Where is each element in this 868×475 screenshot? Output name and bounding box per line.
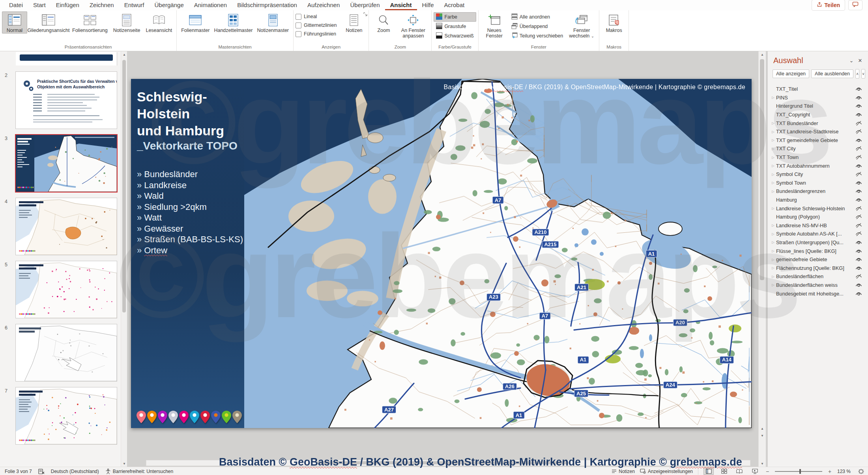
move-split-button[interactable]: Teilung verschieben <box>509 31 566 41</box>
dialog-launcher-icon[interactable] <box>363 11 367 50</box>
eye-hidden-icon[interactable] <box>853 206 862 211</box>
eye-hidden-icon[interactable] <box>853 223 862 228</box>
expand-triangle-icon[interactable]: ▷ <box>770 164 776 168</box>
next-slide-icon[interactable]: ▼ <box>759 432 765 439</box>
reading-view-toggle[interactable] <box>734 468 745 475</box>
eye-visible-icon[interactable] <box>853 257 862 262</box>
zoom-button[interactable]: Zoom <box>371 11 396 34</box>
eye-visible-icon[interactable] <box>853 103 862 108</box>
pane-close-icon[interactable]: ✕ <box>856 56 864 65</box>
guides-checkbox[interactable]: Führungslinien <box>296 30 337 38</box>
handout-master-button[interactable]: Handzettelmaster <box>213 11 254 34</box>
eye-hidden-icon[interactable] <box>853 172 862 177</box>
expand-triangle-icon[interactable]: ▷ <box>770 95 776 99</box>
expand-triangle-icon[interactable]: ▷ <box>770 181 776 185</box>
eye-visible-icon[interactable] <box>853 197 862 202</box>
share-button[interactable]: Teilen <box>812 0 845 11</box>
expand-triangle-icon[interactable]: ▷ <box>770 138 776 142</box>
expand-triangle-icon[interactable]: ▷ <box>770 283 776 287</box>
eye-visible-icon[interactable] <box>853 86 862 92</box>
expand-triangle-icon[interactable]: ▷ <box>770 206 776 210</box>
vertical-scrollbar[interactable]: ▲ ▲ ▼ ▼ <box>758 51 766 467</box>
slide-4-thumbnail[interactable] <box>16 198 117 255</box>
layer-item[interactable]: Hamburg (Polygon) <box>768 213 868 221</box>
layer-item[interactable]: ▷TXT City <box>768 144 868 153</box>
grayscale-button[interactable]: Graustufe <box>434 22 476 31</box>
expand-triangle-icon[interactable]: ▷ <box>770 189 776 193</box>
language-button[interactable]: Deutsch (Deutschland) <box>51 469 99 474</box>
layer-item[interactable]: ▷Bundesländergrenzen <box>768 187 868 196</box>
layer-item[interactable]: ▷Flächennutzung [Quelle: BKG] <box>768 264 868 272</box>
layer-item[interactable]: ▷Symbole Autobahn AS-AK [... <box>768 230 868 238</box>
layer-item[interactable]: ▷gemeindefreie Gebiete <box>768 255 868 264</box>
slide-master-button[interactable]: Folienmaster <box>179 11 212 34</box>
scroll-down-icon[interactable]: ▼ <box>759 460 765 467</box>
scrollbar-thumb[interactable] <box>760 59 764 280</box>
slide-6-thumbnail[interactable] <box>16 324 117 381</box>
color-button[interactable]: Farbe <box>434 12 476 22</box>
slide-2-thumbnail[interactable]: Praktische ShortCuts für das Verwalten v… <box>16 72 117 129</box>
slide-sorter-toggle[interactable] <box>719 468 729 475</box>
layer-item[interactable]: ▷PINS <box>768 94 868 102</box>
gridlines-checkbox[interactable]: Gitternetzlinien <box>296 21 337 30</box>
slide-3-thumbnail[interactable] <box>16 135 117 192</box>
menu-tab-ansicht[interactable]: Ansicht <box>385 0 417 10</box>
zoom-slider-handle[interactable] <box>799 469 801 474</box>
eye-hidden-icon[interactable] <box>853 146 862 151</box>
expand-triangle-icon[interactable]: ▷ <box>770 155 776 159</box>
notes-page-button[interactable]: Notizenseite <box>111 11 143 34</box>
expand-triangle-icon[interactable]: ▷ <box>770 249 776 253</box>
eye-hidden-icon[interactable] <box>853 274 862 279</box>
layer-item[interactable]: ▷Flüsse_lines [Quelle: BKG] <box>768 247 868 255</box>
layer-item[interactable]: Bundesgebiet mit Hoheitsge... <box>768 289 868 298</box>
eye-hidden-icon[interactable] <box>853 155 862 160</box>
cascade-button[interactable]: Überlappend <box>509 22 566 31</box>
scroll-up-icon[interactable]: ▲ <box>121 51 127 58</box>
normal-view-toggle[interactable] <box>703 468 714 475</box>
eye-hidden-icon[interactable] <box>853 129 862 134</box>
expand-triangle-icon[interactable]: ▷ <box>770 223 776 227</box>
eye-visible-icon[interactable] <box>853 138 862 143</box>
slide-indicator[interactable]: Folie 3 von 7 <box>5 469 32 474</box>
menu-tab-bildschirmpräsentation[interactable]: Bildschirmpräsentation <box>232 0 302 10</box>
layer-item[interactable]: TXT_Copyright <box>768 110 868 119</box>
zoom-in-button[interactable]: + <box>827 468 832 475</box>
menu-tab-animationen[interactable]: Animationen <box>189 0 232 10</box>
zoom-slider[interactable] <box>775 471 822 472</box>
accessibility-button[interactable]: Barrierefreiheit: Untersuchen <box>105 469 173 474</box>
expand-triangle-icon[interactable]: ▷ <box>770 121 776 125</box>
switch-windows-button[interactable]: Fenster wechseln ⌄ <box>566 11 597 39</box>
outline-view-button[interactable]: Gliederungsansicht <box>28 11 69 34</box>
black-white-button[interactable]: Schwarzweiß <box>434 31 476 41</box>
layer-item[interactable]: ▷TXT Landkreise-Stadtkreise <box>768 127 868 136</box>
eye-visible-icon[interactable] <box>853 291 862 296</box>
layer-item[interactable]: ▷Bundesländerflächen weiss <box>768 281 868 290</box>
eye-visible-icon[interactable] <box>853 266 862 271</box>
layer-item[interactable]: ▷Symbol City <box>768 170 868 179</box>
zoom-out-button[interactable]: − <box>765 468 770 475</box>
slide-canvas[interactable]: Basisdaten © GeoBasis-DE / BKG (2019) & … <box>131 79 752 428</box>
bring-forward-icon[interactable]: ∧ <box>855 69 859 79</box>
expand-triangle-icon[interactable]: ▷ <box>770 258 776 262</box>
expand-triangle-icon[interactable]: ▷ <box>770 240 776 244</box>
menu-tab-zeichnen[interactable]: Zeichnen <box>84 0 119 10</box>
eye-visible-icon[interactable] <box>853 240 862 245</box>
eye-visible-icon[interactable] <box>853 95 862 100</box>
layer-item[interactable]: ▷Landkreise Schleswig-Holstein <box>768 204 868 213</box>
layer-item[interactable]: ▷TXT Autobahnnummern <box>768 161 868 170</box>
menu-tab-start[interactable]: Start <box>28 0 51 10</box>
zoom-level[interactable]: 123 % <box>837 469 853 474</box>
eye-visible-icon[interactable] <box>853 112 862 117</box>
new-window-button[interactable]: Neues Fenster <box>481 11 508 39</box>
scrollbar-thumb[interactable] <box>122 60 126 312</box>
eye-visible-icon[interactable] <box>853 180 862 185</box>
arrange-all-button[interactable]: Alle anordnen <box>509 12 566 22</box>
eye-hidden-icon[interactable] <box>853 121 862 126</box>
layer-item[interactable]: ▷Bundesländerflächen <box>768 272 868 281</box>
menu-tab-übergänge[interactable]: Übergänge <box>150 0 189 10</box>
hide-all-button[interactable]: Alle ausblenden <box>811 69 853 78</box>
slide-sorter-button[interactable]: Foliensortierung <box>70 11 110 34</box>
normal-view-button[interactable]: Normal <box>2 11 27 34</box>
slideshow-toggle[interactable] <box>750 468 760 475</box>
eye-visible-icon[interactable] <box>853 249 862 254</box>
